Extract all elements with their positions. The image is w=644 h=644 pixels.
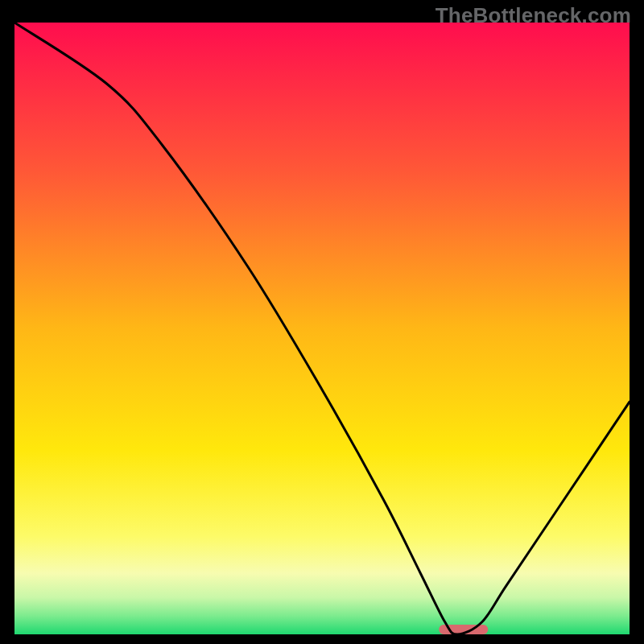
bottleneck-chart xyxy=(14,23,630,634)
heatmap-background xyxy=(14,23,630,634)
